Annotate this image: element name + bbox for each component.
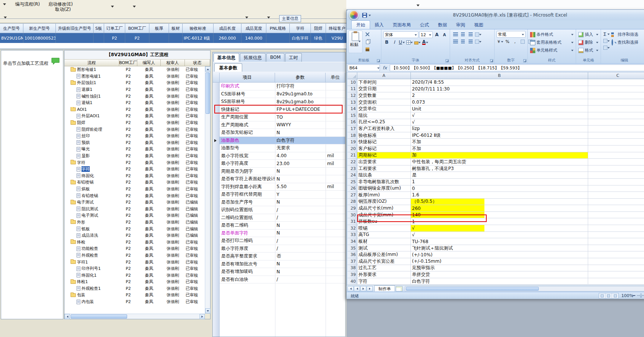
menu-edit-flow[interactable]: 编与流程(R) [15,1,40,8]
cell-c[interactable] [588,172,644,179]
cell-c[interactable] [588,232,644,239]
row-number[interactable]: 31 [347,218,357,225]
detail-tab[interactable]: BOM [266,53,284,62]
dropdown-arrow-icon[interactable] [417,5,420,6]
row-number[interactable]: 14 [347,106,357,112]
cell-c[interactable] [588,159,644,165]
tree-row[interactable]: 成品清洗 P2 秦凤 张侕刚 已编辑 [65,232,205,239]
order-info-data-row[interactable]: 8V29U1GMA0 10010800052363 P2 P2 IPC-6012… [0,33,349,43]
formula-input[interactable]: 【0.500】【0.500】【■■■■】【0.250】【18.715】【59.5… [390,64,644,71]
row-number[interactable]: 40 [347,278,357,285]
detail-tab[interactable]: 工时 [285,53,302,62]
column-header[interactable]: S板 [94,23,104,33]
sheet-row[interactable]: 34 板材 TU-768 [347,238,644,245]
cell-b[interactable]: √ [411,232,588,239]
cell-c[interactable] [588,99,644,106]
tree-row[interactable]: 字符 P2 秦凤 张侕刚 已审核 [65,166,205,173]
format-as-table-button[interactable]: 套用表格格式 [529,38,574,46]
ribbon-tab[interactable]: 数据 [433,20,452,29]
cell-c[interactable] [588,139,644,146]
cell-b[interactable]: 见预审指示 [411,265,588,272]
cell-c[interactable] [588,245,644,252]
ribbon-tab[interactable]: 公式 [415,20,433,29]
font-size-select[interactable]: 12 [419,31,433,38]
tree-row[interactable]: 内包装 P2 秦凤 张侕刚 已审核 [65,299,205,305]
cell-c[interactable] [588,278,644,285]
sheet-row[interactable]: 12 交货数量 2 [347,92,644,99]
column-header[interactable]: 升级前旧生产型号 [56,23,94,33]
cell-b[interactable]: Unit [411,106,588,112]
column-header[interactable]: BOM工厂 [125,23,149,33]
param-row[interactable]: 最小字符线宽 4.00 mil [213,152,345,160]
ribbon-tab[interactable]: 页面布局 [388,20,415,29]
insert-cells-button[interactable]: 插入 [578,31,599,38]
horizontal-scrollbar[interactable] [65,314,205,319]
cell-a[interactable]: 交货单位 [357,106,411,112]
conditional-formatting-button[interactable]: 条件格式 [529,31,574,38]
col-header-item[interactable]: 项目 [220,73,275,83]
autosum-icon[interactable]: Σ [603,31,606,37]
sheet-row[interactable]: 24 阻抗条 是 [347,172,644,179]
vertical-scrollbar[interactable] [205,66,210,314]
format-cells-button[interactable]: 格式 [578,46,599,54]
dropdown-arrow-icon[interactable] [4,17,7,18]
cell-a[interactable]: 图镀铜镍金厚度(um) [357,185,411,192]
cell-c[interactable] [588,86,644,93]
cell-a[interactable]: 非导电树脂塞孔次数 [357,179,411,185]
align-center-button[interactable] [460,38,466,45]
sheet-row[interactable]: 11 交货日期 2020/7/11 11:30 [347,86,644,93]
row-number[interactable]: 37 [347,258,357,265]
cell-b[interactable]: 加 [411,152,588,159]
cell-c[interactable] [588,251,644,258]
cell-a[interactable]: 快捷标记 [357,139,411,146]
tree-row[interactable]: 退锡1 P2 秦凤 张侕刚 已审核 [65,100,205,106]
increase-decimal-button[interactable] [519,38,526,45]
cell-a[interactable]: 测试 [357,245,411,252]
sheet-row[interactable]: 32 喷锡 √ [347,225,644,232]
align-right-button[interactable] [467,38,474,45]
fill-icon[interactable] [603,39,607,43]
fill-color-button[interactable] [414,39,421,46]
cell-b[interactable]: (+/-0.15mm) [411,258,588,265]
sheet-row[interactable]: 28 铜箔厚度(OZ) （0.5/0.5） [347,199,644,205]
cell-b[interactable]: √ [411,112,588,119]
page-break-view-button[interactable] [612,293,618,298]
sheet-row[interactable]: 39 外形要求 单拼交货 [347,271,644,278]
borders-button[interactable] [406,39,413,46]
cell-a[interactable]: 交货日期 [357,86,411,93]
cell-a[interactable]: 字符 [357,278,411,285]
column-header-b[interactable]: B [411,72,588,79]
cell-b[interactable]: 260 [411,205,588,212]
cell-b[interactable]: 不加 [411,139,588,146]
cell-a[interactable]: 成品尺寸长(mm) [357,205,411,212]
tree-row[interactable]: 功能检查 P2 秦凤 张侕刚 已审核 [65,245,205,252]
cell-c[interactable] [588,218,644,225]
cell-a[interactable]: 板厚(mm) [357,192,411,199]
cell-b[interactable]: 2020/7/11 11:30 [411,86,588,93]
dropdown-arrow-icon[interactable] [111,6,114,8]
column-header[interactable]: 字符 [290,23,311,33]
dialog-launcher-icon[interactable] [490,59,493,63]
param-row[interactable]: 最小字符厚度 / [213,245,345,253]
column-header[interactable]: 终端客户 [326,23,349,33]
cell-c[interactable] [588,92,644,99]
cell-a[interactable]: 铜箔厚度(OZ) [357,199,411,205]
cell-styles-button[interactable]: 单元格样式 [529,46,574,54]
param-row[interactable]: 是否加生产序号 N [213,199,345,207]
scroll-thumb[interactable] [206,72,210,114]
cell-b[interactable]: 1.6 [411,192,588,199]
cell-a[interactable]: 出货要求 [357,159,411,165]
tree-row[interactable]: 终检 P2 秦凤 张侕刚 已审核 [65,239,205,245]
cell-a[interactable]: 验收标准 [357,132,411,139]
prev-sheet-button[interactable] [354,286,360,291]
tab-basic-params[interactable]: 基本参数 [214,63,242,72]
cell-b[interactable]: 树脂塞孔，不满足P3 [411,165,588,172]
row-number[interactable]: 33 [347,232,357,239]
cell-a[interactable]: 外形要求 [357,271,411,278]
bold-button[interactable]: B [383,39,390,46]
param-row[interactable]: 油墨型号 无要求 [213,144,345,152]
scroll-up-button[interactable] [205,66,211,72]
percent-style-button[interactable]: % [504,38,511,45]
cell-c[interactable] [588,146,644,152]
cell-b[interactable]: 白色字符 [411,278,588,285]
